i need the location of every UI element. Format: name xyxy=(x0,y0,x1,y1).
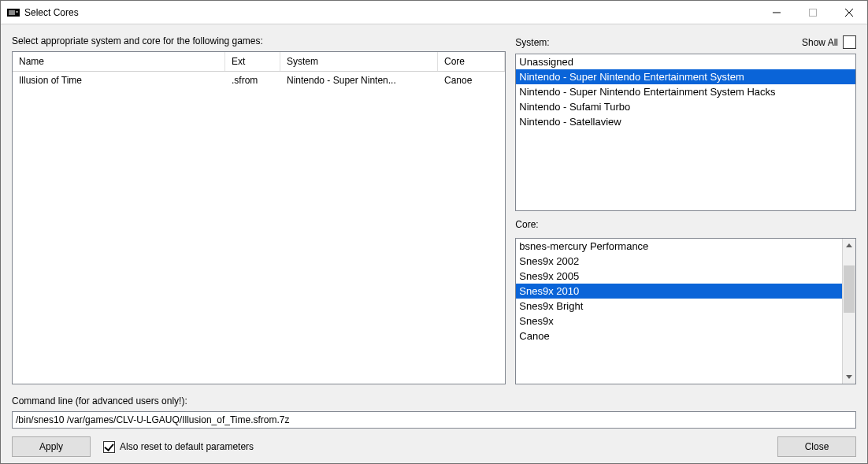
table-cell: Nintendo - Super Ninten... xyxy=(280,72,438,89)
core-scrollbar[interactable] xyxy=(842,239,855,384)
games-listview[interactable]: Name Ext System Core Illusion of Time.sf… xyxy=(12,51,506,384)
instruction-label: Select appropriate system and core for t… xyxy=(12,35,506,46)
minimize-button[interactable] xyxy=(759,1,795,24)
list-item[interactable]: Unassigned xyxy=(516,54,855,69)
games-header[interactable]: Name Ext System Core xyxy=(13,52,505,72)
core-label: Core: xyxy=(515,219,856,230)
scroll-track[interactable] xyxy=(843,252,855,370)
svg-rect-1 xyxy=(9,10,15,15)
reset-defaults-label: Also reset to default parameters xyxy=(120,441,254,452)
titlebar[interactable]: Select Cores xyxy=(1,1,867,24)
list-item[interactable]: Canoe xyxy=(516,329,842,343)
window-title: Select Cores xyxy=(24,6,79,18)
system-label: System: xyxy=(515,37,549,48)
reset-defaults-option[interactable]: Also reset to default parameters xyxy=(103,441,254,453)
system-listbox[interactable]: UnassignedNintendo - Super Nintendo Ente… xyxy=(515,54,856,211)
table-cell: Canoe xyxy=(438,72,505,89)
svg-rect-4 xyxy=(810,9,817,16)
scroll-thumb[interactable] xyxy=(844,265,855,313)
column-system[interactable]: System xyxy=(280,52,438,71)
list-item[interactable]: Nintendo - Super Nintendo Entertainment … xyxy=(516,84,855,99)
list-item[interactable]: Snes9x 2005 xyxy=(516,269,842,284)
scroll-down-icon[interactable] xyxy=(843,370,855,384)
close-button[interactable]: Close xyxy=(777,436,856,457)
cmdline-input[interactable] xyxy=(12,411,856,429)
core-listbox[interactable]: bsnes-mercury PerformanceSnes9x 2002Snes… xyxy=(515,238,856,384)
column-name[interactable]: Name xyxy=(13,52,225,71)
list-item[interactable]: bsnes-mercury Performance xyxy=(516,239,842,254)
table-row[interactable]: Illusion of Time.sfromNintendo - Super N… xyxy=(13,72,505,89)
scroll-up-icon[interactable] xyxy=(843,239,855,252)
list-item[interactable]: Nintendo - Sufami Turbo xyxy=(516,99,855,114)
cmdline-label: Command line (for advanced users only!): xyxy=(12,395,856,406)
content-area: Select appropriate system and core for t… xyxy=(1,24,867,463)
show-all-checkbox[interactable] xyxy=(843,35,856,49)
list-item[interactable]: Snes9x 2010 xyxy=(516,284,842,299)
table-cell: Illusion of Time xyxy=(13,72,225,89)
list-item[interactable]: Nintendo - Satellaview xyxy=(516,114,855,129)
list-item[interactable]: Snes9x 2002 xyxy=(516,254,842,269)
table-cell: .sfrom xyxy=(225,72,280,89)
svg-rect-2 xyxy=(16,11,18,13)
list-item[interactable]: Snes9x xyxy=(516,314,842,329)
app-icon xyxy=(7,8,20,17)
close-window-button[interactable] xyxy=(831,1,867,24)
column-ext[interactable]: Ext xyxy=(225,52,280,71)
svg-marker-7 xyxy=(846,243,852,247)
list-item[interactable]: Nintendo - Super Nintendo Entertainment … xyxy=(516,69,855,84)
select-cores-window: Select Cores Select appropriate system a… xyxy=(0,0,868,464)
svg-marker-8 xyxy=(846,375,852,379)
list-item[interactable]: Snes9x Bright xyxy=(516,299,842,314)
apply-button[interactable]: Apply xyxy=(12,436,91,457)
show-all-label: Show All xyxy=(802,37,838,48)
column-core[interactable]: Core xyxy=(438,52,505,71)
maximize-button xyxy=(795,1,831,24)
reset-defaults-checkbox[interactable] xyxy=(103,441,115,453)
